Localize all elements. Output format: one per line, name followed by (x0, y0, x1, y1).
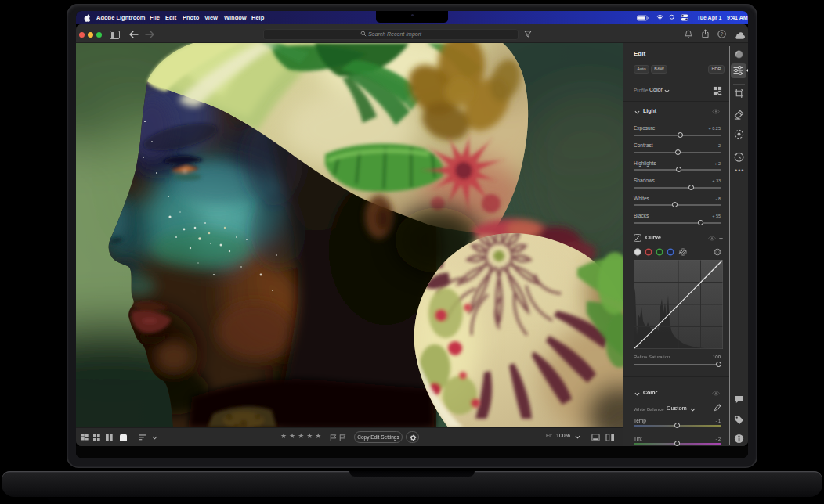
svg-text:?: ? (721, 31, 724, 37)
